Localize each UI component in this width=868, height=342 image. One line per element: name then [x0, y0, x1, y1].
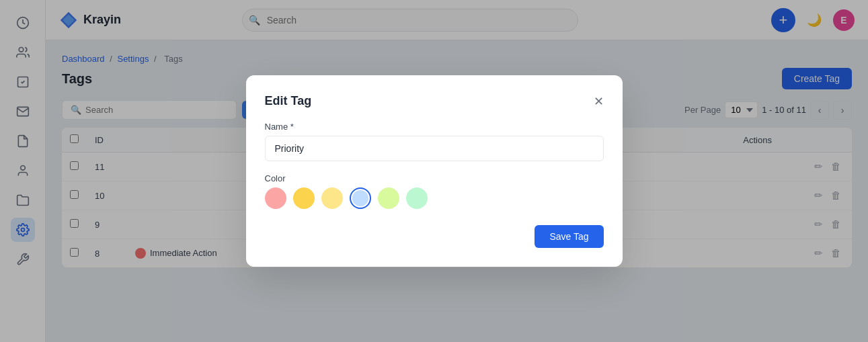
modal-color-label: Color — [265, 173, 604, 183]
modal-header: Edit Tag ✕ — [265, 94, 604, 108]
main-content: Krayin 🔍 + 🌙 E Dashboard / Settings / Ta… — [46, 0, 868, 342]
page-content: Dashboard / Settings / Tags Tags Create … — [46, 40, 868, 342]
color-option-blue[interactable] — [350, 187, 371, 209]
modal-name-label: Name * — [265, 122, 604, 132]
modal-name-input[interactable] — [265, 136, 604, 161]
color-option-green-light[interactable] — [378, 187, 399, 209]
color-option-red[interactable] — [265, 187, 286, 209]
modal-color-field: Color — [265, 173, 604, 209]
modal-footer: Save Tag — [265, 225, 604, 248]
save-tag-button[interactable]: Save Tag — [535, 225, 603, 248]
edit-tag-modal: Edit Tag ✕ Name * Color — [246, 75, 623, 267]
modal-name-field: Name * — [265, 122, 604, 173]
modal-title: Edit Tag — [265, 94, 312, 108]
color-picker — [265, 187, 604, 209]
modal-overlay: Edit Tag ✕ Name * Color — [46, 40, 868, 342]
color-option-green[interactable] — [406, 187, 428, 209]
color-option-yellow-light[interactable] — [321, 187, 343, 209]
color-option-yellow-dark[interactable] — [293, 187, 315, 209]
modal-close-button[interactable]: ✕ — [594, 95, 604, 108]
